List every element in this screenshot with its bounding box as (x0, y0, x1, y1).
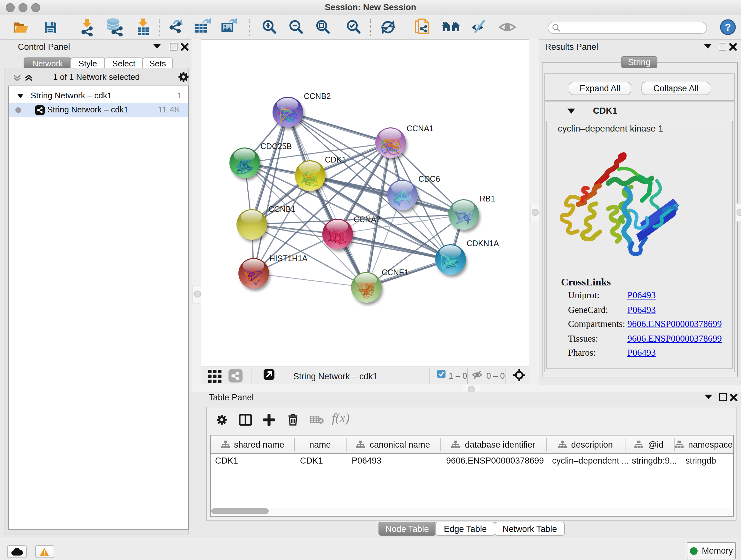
svg-text:CCNA2: CCNA2 (354, 215, 381, 224)
svg-text:RB1: RB1 (480, 194, 495, 203)
svg-text:CDKN1A: CDKN1A (467, 239, 499, 248)
svg-text:CDC6: CDC6 (418, 174, 440, 183)
svg-text:CDC25B: CDC25B (260, 142, 292, 151)
svg-text:CDK1: CDK1 (325, 155, 346, 164)
svg-text:HIST1H1A: HIST1H1A (269, 254, 308, 263)
svg-text:CCNB1: CCNB1 (268, 205, 295, 213)
svg-text:?: ? (725, 22, 731, 33)
svg-text:CCNB2: CCNB2 (304, 91, 331, 101)
svg-text:CCNA1: CCNA1 (407, 124, 434, 133)
svg-text:CCNE1: CCNE1 (382, 268, 409, 277)
